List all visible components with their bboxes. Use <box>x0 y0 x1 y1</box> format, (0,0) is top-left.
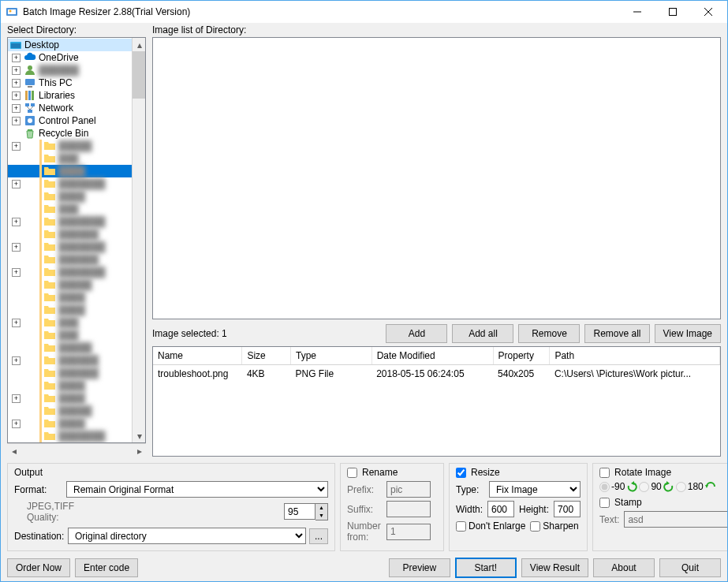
column-header[interactable]: Name <box>153 347 242 365</box>
scroll-left-icon[interactable]: ◂ <box>7 444 21 457</box>
tree-item[interactable]: +██████ <box>8 354 132 367</box>
rotate-180-radio[interactable] <box>676 482 686 492</box>
spin-down-icon[interactable]: ▼ <box>315 512 327 520</box>
expand-icon[interactable]: + <box>12 268 21 277</box>
tree-item[interactable]: +████ <box>8 417 132 430</box>
image-list-panel[interactable] <box>152 37 721 319</box>
tree-item[interactable]: +███ <box>8 203 132 215</box>
expand-icon[interactable]: + <box>12 66 21 75</box>
tree-item[interactable]: +███ <box>8 316 132 329</box>
column-header[interactable]: Size <box>242 347 291 365</box>
prefix-input[interactable] <box>386 481 431 498</box>
expand-icon[interactable]: + <box>12 356 21 365</box>
order-now-button[interactable]: Order Now <box>7 558 70 577</box>
scroll-right-icon[interactable]: ▸ <box>133 444 146 457</box>
maximize-button[interactable] <box>655 1 690 23</box>
tree-item[interactable]: +██████ <box>8 228 132 241</box>
tree-item[interactable]: +██████ <box>8 64 132 76</box>
expand-icon[interactable]: + <box>12 218 21 226</box>
expand-icon[interactable]: + <box>12 54 21 62</box>
tree-item[interactable]: +████ <box>8 190 132 203</box>
resize-type-select[interactable]: Fix Image <box>489 481 581 498</box>
tree-item[interactable]: +█████ <box>8 140 132 152</box>
resize-checkbox[interactable] <box>456 468 466 478</box>
scroll-up-icon[interactable]: ▴ <box>133 38 146 51</box>
quality-input[interactable] <box>284 503 315 520</box>
tree-item[interactable]: +Libraries <box>8 89 132 102</box>
rename-checkbox[interactable] <box>347 468 357 478</box>
start-button[interactable]: Start! <box>455 558 517 578</box>
tree-item[interactable]: +OneDrive <box>8 51 132 64</box>
destination-select[interactable]: Original directory <box>68 528 306 544</box>
table-row[interactable]: troubleshoot.png4KBPNG File2018-05-15 06… <box>153 365 720 383</box>
expand-icon[interactable]: + <box>12 142 21 151</box>
column-header[interactable]: Date Modified <box>371 347 493 365</box>
tree-item[interactable]: +████ <box>8 291 132 304</box>
tree-item[interactable]: +█████ <box>8 341 132 354</box>
rotate-checkbox[interactable] <box>599 468 610 478</box>
expand-icon[interactable]: + <box>12 104 21 113</box>
tree-item[interactable]: +Control Panel <box>8 114 132 127</box>
number-from-input[interactable] <box>386 524 431 540</box>
tree-item[interactable]: +███████ <box>8 177 132 190</box>
column-header[interactable]: Type <box>290 347 371 365</box>
spin-up-icon[interactable]: ▲ <box>315 504 327 512</box>
height-input[interactable] <box>554 501 581 517</box>
browse-button[interactable]: ... <box>309 528 328 544</box>
tree-item[interactable]: +███████ <box>8 430 132 442</box>
tree-item[interactable]: +████ <box>8 392 132 405</box>
tree-item[interactable]: +███████ <box>8 215 132 228</box>
expand-icon[interactable]: + <box>12 243 21 252</box>
tree-item[interactable]: +█████ <box>8 405 132 417</box>
expand-icon[interactable]: + <box>12 180 21 188</box>
add-button[interactable]: Add <box>386 324 447 343</box>
tree-item[interactable]: +███ <box>8 329 132 341</box>
tree-item[interactable]: +Network <box>8 102 132 114</box>
rotate-90-radio[interactable] <box>639 482 649 492</box>
expand-icon[interactable]: + <box>12 91 21 100</box>
tree-item[interactable]: +███████ <box>8 266 132 278</box>
tree-item[interactable]: +██████ <box>8 367 132 379</box>
tree-root[interactable]: Desktop <box>8 39 132 51</box>
tree-item[interactable]: +█████ <box>8 278 132 291</box>
scroll-thumb[interactable] <box>133 51 145 99</box>
about-button[interactable]: About <box>593 558 655 577</box>
expand-icon[interactable]: + <box>12 394 21 403</box>
tree-scrollbar-horizontal[interactable]: ◂ ▸ <box>7 443 146 457</box>
directory-tree[interactable]: Desktop +OneDrive+██████+This PC+Librari… <box>7 37 146 443</box>
selected-images-table[interactable]: NameSizeTypeDate ModifiedPropertyPath tr… <box>152 346 721 457</box>
tree-item[interactable]: +███████ <box>8 241 132 253</box>
tree-item[interactable]: +████ <box>8 165 132 177</box>
sharpen-checkbox[interactable] <box>530 521 540 532</box>
quality-spinner[interactable]: ▲▼ <box>284 503 328 520</box>
close-button[interactable] <box>690 1 726 23</box>
quit-button[interactable]: Quit <box>659 558 721 577</box>
width-input[interactable] <box>487 501 514 517</box>
preview-button[interactable]: Preview <box>389 558 450 577</box>
expand-icon[interactable]: + <box>12 420 21 428</box>
expand-icon[interactable]: + <box>12 117 21 125</box>
tree-item[interactable]: +████ <box>8 379 132 392</box>
tree-item[interactable]: +Recycle Bin <box>8 127 132 140</box>
rotate-neg90-radio[interactable] <box>599 482 610 492</box>
suffix-input[interactable] <box>386 501 431 517</box>
stamp-checkbox[interactable] <box>599 498 610 508</box>
expand-icon[interactable]: + <box>12 79 21 88</box>
stamp-text-input[interactable] <box>624 511 728 528</box>
tree-item[interactable]: +██████ <box>8 253 132 266</box>
tree-scrollbar-vertical[interactable]: ▴ ▾ <box>132 38 145 442</box>
column-header[interactable]: Path <box>550 347 720 365</box>
remove-button[interactable]: Remove <box>518 324 580 343</box>
tree-item[interactable]: +████ <box>8 304 132 316</box>
view-image-button[interactable]: View Image <box>655 324 721 343</box>
tree-item[interactable]: +███ <box>8 152 132 165</box>
column-header[interactable]: Property <box>493 347 550 365</box>
remove-all-button[interactable]: Remove all <box>584 324 649 343</box>
dont-enlarge-checkbox[interactable] <box>456 521 466 532</box>
format-select[interactable]: Remain Original Format <box>66 481 328 498</box>
expand-icon[interactable]: + <box>12 319 21 327</box>
enter-code-button[interactable]: Enter code <box>75 558 138 577</box>
tree-item[interactable]: +This PC <box>8 76 132 89</box>
scroll-down-icon[interactable]: ▾ <box>133 429 146 442</box>
add-all-button[interactable]: Add all <box>452 324 513 343</box>
